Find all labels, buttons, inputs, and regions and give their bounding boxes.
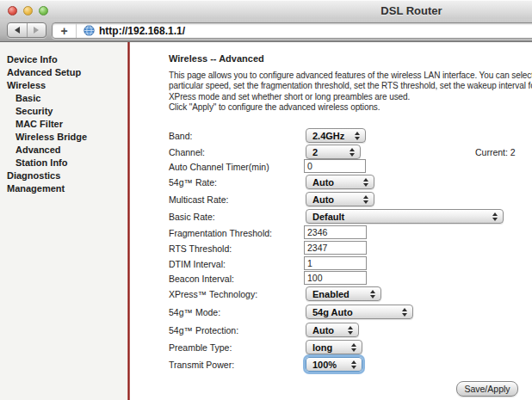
popup-arrows-icon [363, 195, 368, 204]
form-row-fragmentation-threshold: Fragmentation Threshold: [169, 225, 532, 241]
sidebar-item-advanced-setup[interactable]: Advanced Setup [0, 66, 127, 79]
address-divider [76, 23, 77, 38]
channel-label: Channel: [169, 147, 205, 157]
back-icon [15, 27, 20, 34]
transmit-power-select[interactable]: 100% [306, 357, 362, 372]
beacon-interval-label: Beacon Interval: [169, 274, 234, 284]
fragmentation-threshold-label: Fragmentation Threshold: [169, 228, 272, 238]
sidebar-item-wireless-bridge[interactable]: Wireless Bridge [0, 131, 127, 144]
window-title: DSL Router [325, 4, 498, 17]
sidebar-item-mac-filter[interactable]: MAC Filter [0, 118, 127, 131]
basic-rate-select-value: Default [306, 212, 489, 222]
popup-arrows-icon [402, 308, 407, 317]
54g-protection-select[interactable]: Auto [306, 323, 359, 337]
xpress-technology-select-value: Enabled [306, 289, 367, 299]
band-label: Band: [169, 131, 192, 141]
transmit-power-select-value: 100% [306, 360, 348, 370]
xpress-technology-label: XPress™ Technology: [169, 289, 257, 299]
close-button[interactable] [8, 6, 17, 15]
browser-window: DSL Router + http://192.168.1.1/ Device … [0, 0, 532, 400]
form-row-beacon-interval: Beacon Interval: [169, 271, 532, 286]
add-bookmark-button[interactable]: + [53, 24, 76, 38]
description-line: Click "Apply" to configure the advanced … [169, 102, 532, 113]
beacon-interval-input[interactable] [304, 271, 367, 285]
popup-arrows-icon [350, 148, 355, 157]
zoom-button[interactable] [39, 6, 48, 15]
preamble-type-select-value: long [306, 342, 348, 353]
form-row-dtim-interval: DTIM Interval: [169, 256, 532, 272]
description-line: particular speed, set the fragmentation … [169, 81, 532, 91]
54g-mode-label: 54g™ Mode: [169, 307, 220, 317]
form-row-54g-mode: 54g™ Mode: 54g Auto [169, 305, 532, 320]
description-line: This page allows you to configure advanc… [169, 71, 532, 81]
popup-arrows-icon [351, 343, 356, 352]
fragmentation-threshold-input[interactable] [304, 225, 367, 239]
popup-arrows-icon [351, 360, 356, 369]
multicast-rate-label: Multicast Rate: [169, 194, 228, 205]
popup-arrows-icon [348, 326, 353, 335]
auto-channel-timer-input[interactable] [304, 159, 366, 173]
sidebar-item-advanced[interactable]: Advanced [0, 144, 127, 157]
sidebar-item-management[interactable]: Management [0, 182, 127, 195]
band-select[interactable]: 2.4GHz [306, 128, 366, 143]
sidebar-item-device-info[interactable]: Device Info [0, 53, 127, 66]
form-row-54g-protection: 54g™ Protection: Auto [169, 323, 532, 338]
xpress-technology-select[interactable]: Enabled [306, 286, 381, 301]
forward-icon [34, 27, 39, 34]
form-row-channel: Channel: 2 Current: 2 [169, 145, 532, 160]
band-select-value: 2.4GHz [306, 131, 351, 141]
description-line: XPress mode and set whether short or lon… [169, 92, 532, 102]
form-row-preamble-type: Preamble Type: long [169, 340, 532, 355]
54g-protection-select-value: Auto [306, 325, 344, 335]
preamble-type-select[interactable]: long [306, 340, 362, 354]
page-title: Wireless -- Advanced [169, 53, 264, 64]
rts-threshold-input[interactable] [304, 241, 367, 255]
popup-arrows-icon [492, 212, 498, 221]
globe-icon [84, 25, 95, 36]
forward-button[interactable] [27, 23, 46, 37]
window-controls [8, 6, 48, 15]
sidebar-item-station-info[interactable]: Station Info [0, 157, 127, 169]
main-pane: Wireless -- Advanced This page allows yo… [130, 42, 532, 400]
save-apply-button[interactable]: Save/Apply [456, 381, 518, 397]
browser-toolbar: + http://192.168.1.1/ [0, 19, 532, 42]
channel-select[interactable]: 2 [306, 145, 361, 159]
basic-rate-select[interactable]: Default [306, 209, 504, 224]
multicast-rate-select[interactable]: Auto [306, 192, 374, 206]
sidebar-item-wireless[interactable]: Wireless [0, 79, 127, 92]
form-row-multicast-rate: Multicast Rate: Auto [169, 192, 532, 207]
transmit-power-label: Transmit Power: [169, 360, 234, 370]
auto-channel-timer-label: Auto Channel Timer(min) [169, 162, 269, 172]
form-row-xpress-technology: XPress™ Technology: Enabled [169, 286, 532, 302]
sidebar-item-basic[interactable]: Basic [0, 92, 127, 105]
sidebar-item-security[interactable]: Security [0, 105, 127, 118]
basic-rate-label: Basic Rate: [169, 212, 215, 222]
sidebar-nav: Device Info Advanced Setup Wireless Basi… [0, 42, 127, 400]
form-row-rts-threshold: RTS Threshold: [169, 241, 532, 256]
address-bar[interactable]: + http://192.168.1.1/ [52, 22, 532, 39]
sidebar-item-diagnostics[interactable]: Diagnostics [0, 169, 127, 182]
54g-mode-select-value: 54g Auto [306, 307, 399, 317]
minimize-button[interactable] [23, 6, 33, 15]
rts-threshold-label: RTS Threshold: [169, 243, 232, 254]
url-text[interactable]: http://192.168.1.1/ [99, 25, 185, 37]
54g-mode-select[interactable]: 54g Auto [306, 305, 413, 319]
page-content: Device Info Advanced Setup Wireless Basi… [0, 42, 532, 400]
form-row-band: Band: 2.4GHz [169, 128, 532, 144]
dtim-interval-label: DTIM Interval: [169, 259, 226, 269]
current-channel-label: Current: 2 [475, 147, 516, 157]
form-row-54g-rate: 54g™ Rate: Auto [169, 175, 532, 190]
nav-button-group [7, 22, 46, 38]
form-row-basic-rate: Basic Rate: Default [169, 209, 532, 225]
54g-protection-label: 54g™ Protection: [169, 325, 238, 335]
54g-rate-select[interactable]: Auto [306, 175, 374, 189]
popup-arrows-icon [363, 178, 368, 187]
multicast-rate-select-value: Auto [306, 194, 360, 205]
dtim-interval-input[interactable] [304, 256, 367, 270]
preamble-type-label: Preamble Type: [169, 342, 232, 353]
54g-rate-label: 54g™ Rate: [169, 177, 217, 188]
back-button[interactable] [8, 23, 27, 37]
form-row-auto-channel-timer: Auto Channel Timer(min) [169, 159, 532, 175]
page-description: This page allows you to configure advanc… [169, 71, 532, 114]
window-titlebar: DSL Router [0, 0, 532, 19]
